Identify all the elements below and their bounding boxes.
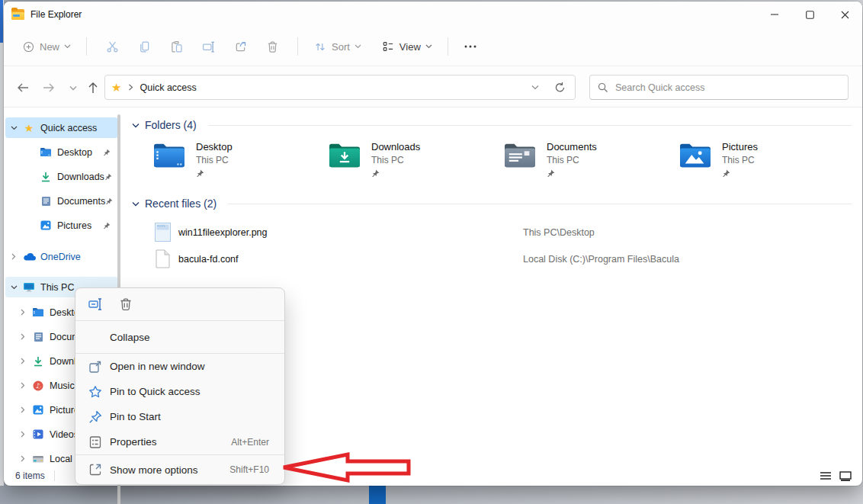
share-icon	[233, 40, 248, 54]
shortcut-label: Shift+F10	[229, 464, 269, 475]
copy-button[interactable]	[128, 34, 160, 59]
quick-access-star-icon: ★	[111, 82, 121, 93]
window-title: File Explorer	[30, 9, 82, 20]
details-view-toggle-icon[interactable]	[820, 471, 832, 480]
close-button[interactable]	[827, 2, 862, 27]
no-icon	[88, 329, 103, 345]
new-button[interactable]: New	[16, 36, 77, 58]
show-more-options-icon	[88, 462, 103, 477]
menu-item-show-more-options[interactable]: Show more options Shift+F10	[75, 455, 284, 484]
folder-tile-desktop[interactable]: Desktop This PC	[152, 141, 327, 178]
refresh-icon[interactable]	[554, 82, 566, 93]
minimize-button[interactable]	[757, 2, 792, 27]
forward-button[interactable]	[39, 78, 59, 98]
folders-section-header[interactable]: Folders (4)	[132, 119, 852, 131]
menu-item-open-in-new-window[interactable]: Open in new window	[75, 354, 284, 379]
breadcrumb[interactable]: Quick access	[140, 82, 196, 93]
copy-icon	[137, 40, 152, 54]
recent-files-section-header[interactable]: Recent files (2)	[132, 197, 852, 210]
view-icon	[381, 40, 395, 53]
up-button[interactable]	[83, 78, 103, 98]
pin-icon	[103, 222, 111, 230]
desktop-folder-icon	[39, 147, 53, 157]
search-box[interactable]	[589, 75, 849, 100]
more-options-button[interactable]	[457, 34, 483, 59]
delete-button[interactable]	[256, 34, 288, 59]
sidebar-item-downloads[interactable]: Downloads	[5, 166, 118, 187]
maximize-icon	[806, 11, 814, 19]
view-button[interactable]: View	[375, 35, 438, 58]
rename-button[interactable]	[83, 292, 107, 316]
address-bar[interactable]: ★ Quick access	[104, 75, 576, 100]
recent-file-row[interactable]: bacula-fd.conf Local Disk (C:)\Program F…	[124, 246, 862, 272]
folder-tile-downloads[interactable]: Downloads This PC	[327, 141, 502, 178]
thumbnail-view-toggle-icon[interactable]	[839, 471, 852, 481]
trash-icon	[265, 40, 280, 54]
delete-button[interactable]	[114, 292, 138, 316]
pin-icon	[104, 173, 112, 181]
tile-name: Downloads	[371, 141, 420, 152]
folder-tile-documents[interactable]: Documents This PC	[502, 141, 678, 178]
chevron-down-icon	[355, 44, 361, 49]
context-menu-icon-row	[75, 288, 284, 320]
quick-access-star-icon: ★	[22, 123, 36, 133]
chevron-right-icon	[21, 382, 25, 389]
document-file-icon	[153, 249, 172, 268]
downloads-arrow-icon	[31, 356, 45, 367]
back-button[interactable]	[13, 78, 33, 98]
plus-circle-icon	[22, 40, 35, 53]
section-divider	[208, 125, 852, 126]
sidebar-item-desktop[interactable]: Desktop	[5, 142, 118, 162]
sort-button[interactable]: Sort	[307, 35, 367, 58]
address-dropdown-icon[interactable]	[531, 85, 539, 90]
star-outline-icon	[88, 384, 103, 400]
chevron-down-icon	[132, 123, 140, 128]
command-toolbar: New Sort View	[4, 27, 862, 66]
local-disk-icon	[31, 454, 45, 464]
recent-files-list: win11fileexplorer.png This PC\Desktop ba…	[124, 219, 862, 272]
folder-tile-pictures[interactable]: Pictures This PC	[678, 141, 853, 178]
rename-icon	[88, 297, 103, 312]
ellipsis-icon	[464, 44, 477, 49]
arrow-right-icon	[43, 82, 55, 93]
breadcrumb-chevron-icon	[128, 84, 133, 91]
paste-button[interactable]	[160, 34, 192, 59]
documents-icon	[31, 332, 45, 342]
share-button[interactable]	[224, 34, 256, 59]
onedrive-cloud-icon	[22, 252, 36, 261]
pictures-icon	[31, 405, 45, 415]
recent-file-path: Local Disk (C:)\Program Files\Bacula	[523, 254, 679, 265]
rename-icon	[201, 40, 216, 54]
cut-button[interactable]	[96, 34, 128, 59]
tile-location: This PC	[371, 155, 420, 165]
pin-icon	[371, 169, 420, 178]
desktop-folder-icon	[152, 141, 187, 170]
chevron-right-icon	[21, 358, 25, 364]
recent-file-row[interactable]: win11fileexplorer.png This PC\Desktop	[124, 219, 862, 246]
chevron-down-icon	[69, 85, 77, 91]
menu-item-pin-to-start[interactable]: Pin to Start	[75, 404, 284, 429]
search-input[interactable]	[615, 82, 840, 93]
desktop-folder-icon	[31, 307, 45, 317]
menu-item-pin-to-quick-access[interactable]: Pin to Quick access	[75, 379, 284, 404]
chevron-down-icon	[11, 126, 18, 130]
folders-tiles: Desktop This PC Downloads	[124, 141, 862, 178]
menu-item-properties[interactable]: Properties Alt+Enter	[75, 429, 284, 454]
sidebar-item-quick-access[interactable]: ★ Quick access	[5, 117, 118, 138]
sidebar-item-pictures[interactable]: Pictures	[5, 215, 118, 236]
rename-button[interactable]	[192, 34, 224, 59]
tile-name: Pictures	[722, 141, 758, 152]
downloads-folder-icon	[327, 141, 362, 170]
sidebar-item-documents[interactable]: Documents	[5, 191, 118, 211]
chevron-down-icon	[11, 285, 18, 290]
chevron-down-icon	[132, 201, 140, 207]
tile-location: This PC	[196, 155, 233, 165]
maximize-button[interactable]	[792, 2, 827, 27]
recent-file-path: This PC\Desktop	[523, 227, 595, 238]
cut-icon	[105, 40, 120, 54]
recent-locations-button[interactable]	[63, 78, 83, 98]
recent-file-name: bacula-fd.conf	[178, 254, 523, 265]
menu-item-collapse[interactable]: Collapse	[75, 321, 284, 353]
sidebar-item-onedrive[interactable]: OneDrive	[5, 246, 118, 267]
context-menu: Collapse Open in new window Pin to Quick…	[75, 287, 285, 485]
